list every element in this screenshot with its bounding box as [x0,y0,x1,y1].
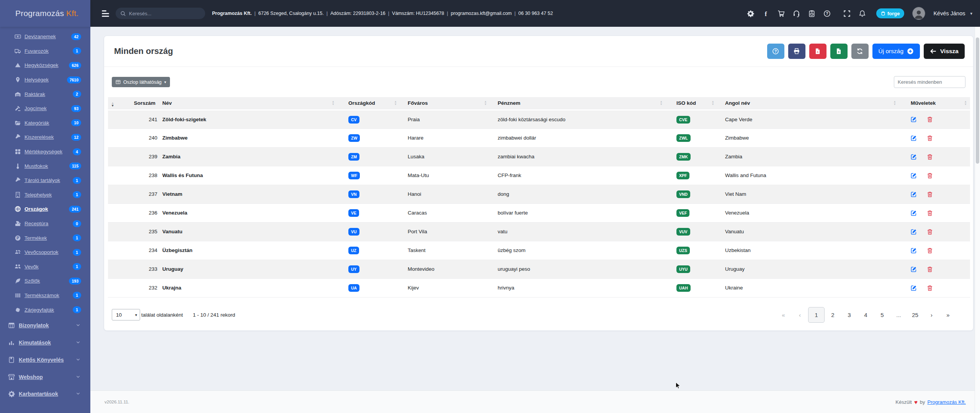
sidebar-item-kategoriak[interactable]: Kategóriák10 [0,116,90,130]
column-header-penznem[interactable]: Pénznem▲▼ [490,97,666,110]
page-item-»[interactable]: » [940,307,956,323]
export-excel-button[interactable]: x [830,44,848,59]
edit-row-button[interactable] [911,229,917,235]
cell-fovaros: Montevideo [400,260,490,278]
delete-row-button[interactable] [927,135,933,141]
print-button[interactable] [788,44,805,59]
sidebar-item-label: Jogcímek [24,106,47,111]
sidebar-item-fuvarozok[interactable]: Fuvarozók1 [0,44,90,59]
sidebar-group-kettos-konyveles[interactable]: Kettős Könyvelés [0,351,90,368]
edit-row-button[interactable] [911,266,917,272]
sidebar-item-orszagok[interactable]: Országok241 [0,202,90,216]
delete-row-button[interactable] [927,191,933,197]
delete-row-button[interactable] [927,266,933,272]
sidebar-item-szolok[interactable]: Szőlők193 [0,274,90,288]
help-button[interactable]: ? [767,44,784,59]
page-item-‹[interactable]: ‹ [792,307,808,323]
facebook-icon[interactable]: f [762,10,769,17]
sidebar-item-mustfokok[interactable]: Mustfokok115 [0,159,90,173]
edit-row-button[interactable] [911,247,917,254]
sidebar-item-devizanemek[interactable]: Devizanemek42 [0,29,90,44]
page-item-25[interactable]: 25 [907,307,923,323]
new-country-button[interactable]: Új ország [872,44,920,59]
delete-row-button[interactable] [927,154,933,160]
table-search-input[interactable] [894,76,965,88]
sidebar-item-mertekegysegek[interactable]: Mértékegységek4 [0,145,90,159]
global-search-input[interactable] [129,11,194,16]
forge-badge[interactable]: forge [876,8,905,18]
edit-row-button[interactable] [911,116,917,122]
column-header-muveletek[interactable]: Műveletek▲▼ [899,97,970,110]
edit-row-button[interactable] [911,210,917,216]
sidebar-group-karbantartasok[interactable]: Karbantartások [0,385,90,403]
column-header-fovaros[interactable]: Főváros▲▼ [400,97,490,110]
sidebar-item-zarjegyfajtak[interactable]: Zárjegyfajták1 [0,302,90,317]
sidebar-group-bizonylatok[interactable]: Bizonylatok [0,317,90,334]
sidebar-item-helysegek[interactable]: Helységek7610 [0,73,90,87]
sort-indicator-icon: ▲▼ [111,102,114,107]
page-item-3[interactable]: 3 [841,307,858,323]
sidebar-item-tarolo-tartalyok[interactable]: Tároló tartályok1 [0,173,90,188]
company-link[interactable]: Programozás Kft. [928,399,966,405]
page-item-«[interactable]: « [775,307,792,323]
page-item-4[interactable]: 4 [858,307,874,323]
delete-row-button[interactable] [927,285,933,291]
delete-row-button[interactable] [927,210,933,216]
delete-row-button[interactable] [927,229,933,235]
export-pdf-button[interactable]: A [809,44,826,59]
page-item-2[interactable]: 2 [825,307,841,323]
topbar-search[interactable] [116,8,205,19]
refresh-button[interactable] [851,44,869,59]
sort-column-header[interactable]: ▲▼ [108,97,123,110]
column-header-sorszam[interactable]: Sorszám [123,97,158,110]
edit-row-button[interactable] [911,154,917,160]
notifications-icon[interactable] [859,10,866,17]
edit-row-button[interactable] [911,285,917,291]
chevron-down-icon[interactable]: ▾ [970,11,972,16]
column-header-orszagkod[interactable]: Országkód▲▼ [338,97,400,110]
sidebar-item-vevok[interactable]: Vevők1 [0,260,90,274]
sidebar-item-raktarak[interactable]: Raktárak2 [0,87,90,101]
app-logo[interactable]: Programozás Kft. [0,0,90,27]
edit-row-button[interactable] [911,191,917,197]
scrollbar-thumb[interactable] [976,37,979,164]
column-header-angol-nev[interactable]: Angol név▲▼ [717,97,899,110]
page-item-1[interactable]: 1 [808,307,825,323]
delete-row-button[interactable] [927,247,933,254]
column-visibility-button[interactable]: Oszlop láthatóság ▾ [112,77,170,87]
delete-row-button[interactable] [927,116,933,122]
avatar[interactable] [912,7,925,20]
sidebar-item-telephelyek[interactable]: Telephelyek1 [0,188,90,202]
help-icon[interactable]: ? [823,10,831,17]
edit-row-button[interactable] [911,172,917,179]
column-header-iso-kod[interactable]: ISO kód▲▼ [666,97,717,110]
back-button[interactable]: Vissza [924,44,965,59]
tasks-icon[interactable] [808,10,815,17]
delete-row-button[interactable] [927,172,933,179]
sidebar-item-termekszamok[interactable]: Termékszámok1 [0,288,90,303]
file-pdf-icon: A [814,48,821,55]
country-code-badge: ZW [348,134,360,142]
sidebar-item-termekek[interactable]: PTermékek1 [0,231,90,245]
page-scrollbar[interactable] [975,27,980,413]
settings-icon[interactable] [747,10,754,17]
sidebar-item-label: Helységek [24,77,49,83]
page-size-select[interactable]: 10 [112,312,140,318]
page-item-5[interactable]: 5 [874,307,890,323]
sidebar-item-kiszerelesek[interactable]: Kiszerelések12 [0,130,90,145]
menu-toggle-icon[interactable] [102,10,109,17]
sidebar-item-receptura[interactable]: Receptúra0 [0,216,90,231]
sidebar-item-jogcimek[interactable]: Jogcímek93 [0,101,90,116]
sidebar-item-hegykozsegek[interactable]: Hegyközségek626 [0,58,90,73]
cart-icon[interactable] [777,10,785,17]
sidebar-group-webshop[interactable]: Webshop [0,368,90,385]
edit-row-button[interactable] [911,135,917,141]
sidebar-item-vevocsoportok[interactable]: Vevőcsoportok1 [0,245,90,260]
sidebar-group-kimutatasok[interactable]: Kimutatások [0,334,90,351]
cell-penznem: vatu [490,222,666,241]
page-item-›[interactable]: › [923,307,940,323]
support-icon[interactable] [793,10,800,17]
fullscreen-icon[interactable] [843,10,851,17]
column-header-nev[interactable]: Név▲▼ [158,97,338,110]
user-menu[interactable]: Kévés János [933,10,965,16]
